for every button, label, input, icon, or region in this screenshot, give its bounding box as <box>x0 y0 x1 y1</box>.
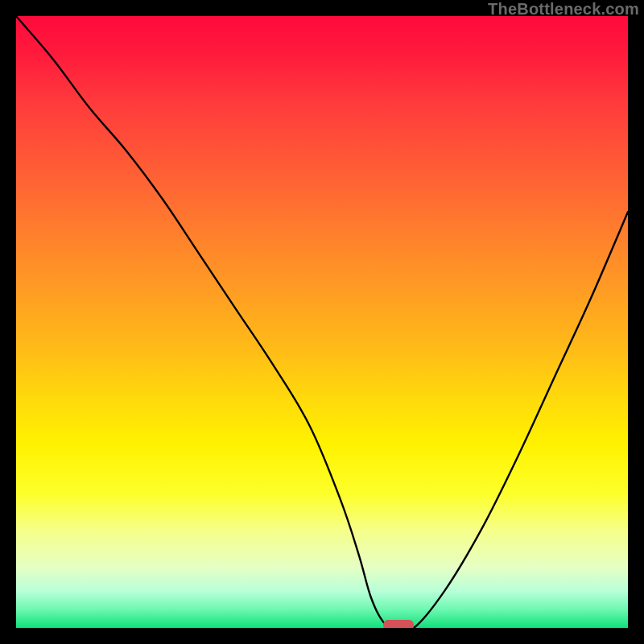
chart-frame: TheBottleneck.com <box>0 0 644 644</box>
plot-area <box>16 16 628 628</box>
marker-layer <box>16 16 628 628</box>
watermark-text: TheBottleneck.com <box>488 0 639 19</box>
optimal-marker <box>383 620 414 628</box>
